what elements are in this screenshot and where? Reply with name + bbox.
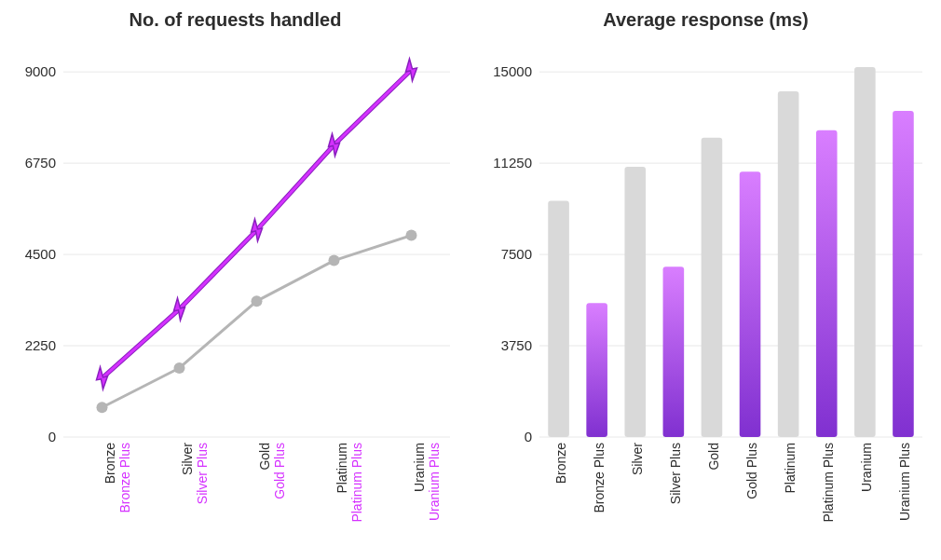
line-chart-title: No. of requests handled (11, 9, 459, 31)
y-tick-label: 4500 (25, 246, 56, 262)
bar-chart-panel: Average response (ms) 037507500112501500… (470, 0, 941, 560)
y-tick-label: 6750 (25, 155, 56, 171)
y-tick-label: 7500 (501, 246, 532, 262)
line-x-category: BronzeBronze Plus (102, 443, 132, 512)
y-tick-label: 3750 (501, 337, 532, 353)
line-point-base (406, 230, 417, 241)
bar-chart-plot: 0375075001125015000 (482, 42, 930, 443)
x-tick-label: Uranium (412, 443, 427, 492)
x-tick-label: Uranium (859, 443, 874, 492)
line-point-base (252, 295, 263, 307)
x-tick-label-plus: Silver Plus (195, 443, 210, 504)
bar-base (778, 91, 799, 437)
bar-chart-title: Average response (ms) (482, 9, 930, 31)
bar-base (854, 67, 876, 437)
x-tick-label: Gold Plus (744, 443, 759, 499)
line-x-category: UraniumUranium Plus (412, 443, 442, 521)
line-x-category: PlatinumPlatinum Plus (334, 443, 364, 523)
line-point-base (329, 255, 340, 266)
line-chart-svg: 02250450067509000 (11, 42, 459, 443)
bar-plus (586, 303, 607, 437)
y-tick-label: 11250 (493, 155, 532, 171)
x-tick-label: Platinum Plus (821, 443, 836, 523)
line-chart-panel: No. of requests handled 0225045006750900… (0, 0, 470, 560)
x-tick-label: Silver Plus (668, 443, 683, 504)
x-tick-label-plus: Gold Plus (272, 443, 287, 499)
x-tick-label: Silver (180, 443, 195, 475)
bar-plus (740, 171, 761, 437)
bolt-icon (406, 59, 417, 81)
bar-base (624, 167, 646, 437)
y-tick-label: 2250 (25, 337, 56, 353)
line-chart-plot: 02250450067509000 (11, 42, 459, 443)
bolt-icon (97, 367, 108, 389)
bar-plus (893, 111, 914, 437)
x-tick-label: Bronze Plus (592, 443, 607, 512)
line-point-base (97, 402, 108, 413)
x-tick-label: Bronze (102, 443, 117, 484)
x-tick-label: Platinum (334, 443, 349, 493)
y-tick-label: 9000 (25, 63, 56, 79)
x-tick-label-plus: Bronze Plus (117, 443, 132, 512)
x-tick-label: Platinum (783, 443, 798, 493)
line-series-base (102, 236, 412, 408)
bar-plus (816, 130, 838, 437)
x-tick-label: Gold (706, 443, 721, 471)
bolt-icon (174, 298, 185, 321)
x-tick-label-plus: Uranium Plus (427, 443, 442, 521)
bar-chart-xlabels: BronzeBronze PlusSilverSilver PlusGoldGo… (482, 443, 930, 554)
bar-chart-svg: 0375075001125015000 (482, 42, 930, 443)
line-point-base (174, 362, 185, 374)
bolt-icon (329, 134, 340, 157)
x-tick-label: Silver (630, 443, 645, 475)
x-tick-label-plus: Platinum Plus (349, 443, 364, 523)
line-x-category: GoldGold Plus (257, 443, 287, 499)
bolt-icon (252, 219, 263, 241)
y-tick-label: 0 (48, 429, 56, 443)
bar-base (702, 138, 723, 437)
line-chart-xlabels: BronzeBronze PlusSilverSilver PlusGoldGo… (11, 443, 459, 554)
x-tick-label: Gold (257, 443, 272, 471)
x-tick-label: Uranium Plus (897, 443, 912, 521)
y-tick-label: 0 (525, 429, 532, 443)
x-tick-label: Bronze (553, 443, 568, 484)
bar-plus (663, 266, 685, 437)
y-tick-label: 15000 (493, 63, 532, 79)
bar-base (548, 201, 569, 437)
line-x-category: SilverSilver Plus (180, 443, 210, 504)
charts-container: No. of requests handled 0225045006750900… (0, 0, 941, 560)
